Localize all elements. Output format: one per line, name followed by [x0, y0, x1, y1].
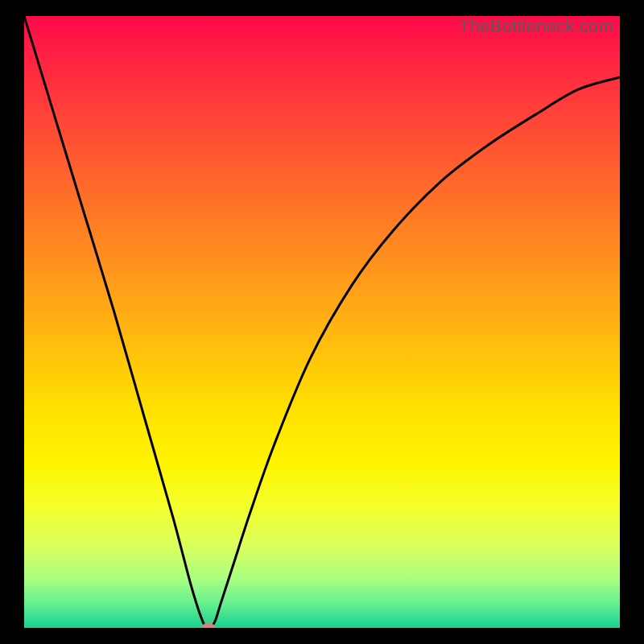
curve-svg [24, 16, 620, 628]
chart-frame: TheBottleneck.com [0, 0, 644, 644]
minimum-marker [201, 623, 216, 628]
plot-area: TheBottleneck.com [24, 16, 620, 628]
bottleneck-curve [24, 16, 620, 628]
